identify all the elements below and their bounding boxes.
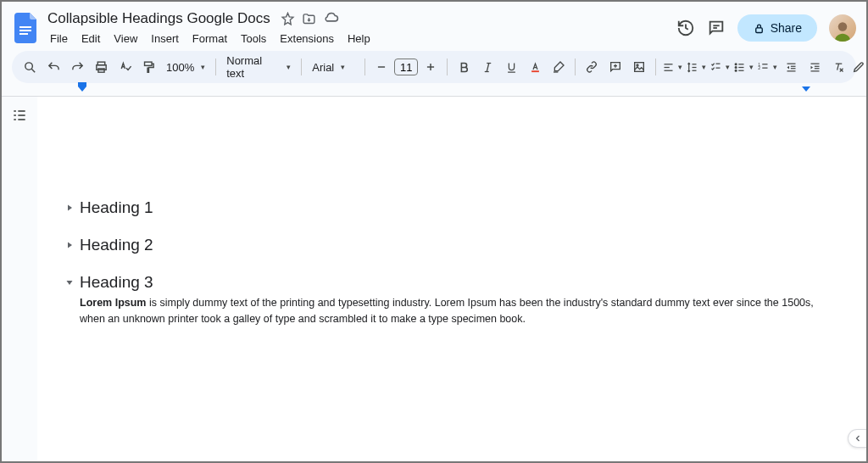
style-select[interactable]: Normal text (221, 56, 296, 78)
indent-marker-right-icon[interactable] (802, 86, 810, 92)
align-icon[interactable] (661, 56, 683, 78)
heading-row: Heading 3 (80, 273, 841, 292)
svg-point-6 (838, 22, 848, 31)
svg-point-34 (735, 63, 737, 64)
svg-rect-1 (19, 30, 31, 31)
menu-help[interactable]: Help (342, 30, 376, 47)
menu-edit[interactable]: Edit (75, 30, 106, 47)
heading-text[interactable]: Heading 1 (80, 198, 153, 217)
text-color-icon[interactable] (524, 56, 546, 78)
heading-row: Heading 1 (80, 198, 841, 217)
heading-text[interactable]: Heading 2 (80, 236, 153, 254)
share-button[interactable]: Share (737, 14, 817, 42)
avatar[interactable] (829, 14, 856, 42)
heading-row: Heading 2 (80, 236, 841, 254)
bullet-list-icon[interactable] (732, 56, 754, 78)
search-icon[interactable] (19, 56, 41, 78)
move-icon[interactable] (302, 12, 316, 26)
decrease-font-icon[interactable] (370, 56, 392, 78)
docs-logo[interactable] (12, 14, 41, 42)
svg-text:2: 2 (759, 65, 761, 70)
indent-marker-left-icon[interactable] (78, 86, 86, 92)
insert-image-icon[interactable] (628, 56, 650, 78)
clear-format-icon[interactable] (827, 56, 849, 78)
menu-file[interactable]: File (44, 30, 74, 47)
ruler[interactable] (2, 85, 866, 97)
menu-tools[interactable]: Tools (235, 30, 272, 47)
document-title[interactable]: Collapsible Headings Google Docs (44, 8, 274, 29)
paint-format-icon[interactable] (137, 56, 159, 78)
menu-view[interactable]: View (108, 30, 143, 47)
body-bold-text: Lorem Ipsum (80, 297, 147, 309)
underline-icon[interactable] (500, 56, 522, 78)
chevron-down-icon[interactable] (64, 277, 75, 287)
increase-indent-icon[interactable] (804, 56, 826, 78)
comments-icon[interactable] (707, 19, 726, 37)
content-area: Heading 1 Heading 2 Heading 3 Lorem Ipsu… (2, 97, 866, 461)
outline-icon[interactable] (11, 107, 28, 461)
svg-rect-24 (635, 63, 644, 72)
menu-format[interactable]: Format (186, 30, 233, 47)
undo-icon[interactable] (42, 56, 64, 78)
body-rest-text: is simply dummy text of the printing and… (80, 297, 814, 325)
highlight-icon[interactable] (548, 56, 570, 78)
svg-point-25 (637, 64, 638, 66)
svg-point-36 (735, 70, 737, 71)
share-label: Share (771, 21, 802, 35)
star-icon[interactable] (281, 12, 295, 26)
add-comment-icon[interactable] (604, 56, 626, 78)
body-paragraph[interactable]: Lorem Ipsum is simply dummy text of the … (80, 295, 841, 327)
redo-icon[interactable] (66, 56, 88, 78)
menu-insert[interactable]: Insert (145, 30, 185, 47)
document-page[interactable]: Heading 1 Heading 2 Heading 3 Lorem Ipsu… (37, 97, 866, 461)
line-spacing-icon[interactable] (685, 56, 707, 78)
svg-rect-20 (531, 70, 539, 72)
history-icon[interactable] (676, 19, 695, 37)
spellcheck-icon[interactable] (114, 56, 136, 78)
zoom-select[interactable]: 100% (161, 56, 210, 78)
svg-rect-2 (19, 33, 28, 35)
menu-extensions[interactable]: Extensions (274, 30, 340, 47)
font-select[interactable]: Arial (307, 56, 359, 78)
svg-rect-12 (144, 62, 152, 65)
svg-rect-0 (19, 26, 31, 28)
heading-text[interactable]: Heading 3 (80, 273, 153, 292)
svg-line-18 (487, 63, 489, 71)
svg-point-35 (735, 66, 737, 68)
svg-line-8 (31, 69, 35, 72)
font-size-input[interactable] (394, 59, 418, 75)
increase-font-icon[interactable] (420, 56, 442, 78)
checklist-icon[interactable] (709, 56, 731, 78)
cloud-status-icon[interactable] (323, 11, 339, 27)
link-icon[interactable] (581, 56, 603, 78)
numbered-list-icon[interactable]: 12 (756, 56, 778, 78)
side-panel-toggle-icon[interactable] (848, 429, 866, 448)
italic-icon[interactable] (476, 56, 498, 78)
bold-icon[interactable] (453, 56, 475, 78)
editing-mode-icon[interactable] (851, 56, 868, 78)
chevron-right-icon[interactable] (64, 203, 75, 213)
svg-rect-5 (755, 27, 762, 32)
decrease-indent-icon[interactable] (780, 56, 802, 78)
lock-icon (753, 22, 765, 35)
print-icon[interactable] (90, 56, 112, 78)
menu-bar: File Edit View Insert Format Tools Exten… (44, 30, 676, 47)
toolbar: 100% Normal text Arial 12 (12, 51, 856, 83)
chevron-right-icon[interactable] (64, 240, 75, 250)
svg-point-7 (25, 62, 31, 70)
titlebar: Collapsible Headings Google Docs File Ed… (2, 2, 866, 49)
